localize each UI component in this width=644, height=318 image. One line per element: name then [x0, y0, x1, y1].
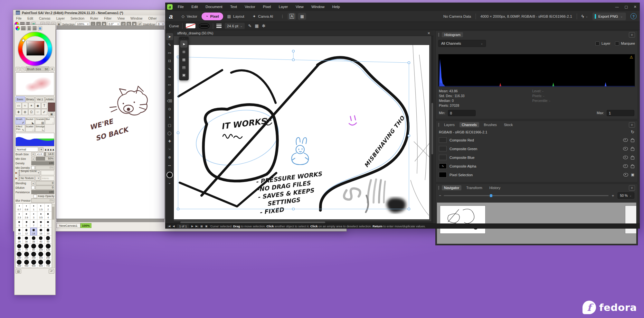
- channel-row-composite-blue[interactable]: Composite Blue: [436, 153, 638, 162]
- paint-brush-tool-icon[interactable]: ✐: [166, 89, 173, 96]
- blend-mode-menu-icon[interactable]: ▾: [39, 147, 43, 152]
- brush-size-200[interactable]: 200: [23, 252, 30, 260]
- text-tool-icon[interactable]: T: [41, 103, 47, 109]
- canvas-hscrollbar[interactable]: [174, 221, 433, 223]
- sai-brushtool-blur[interactable]: Blur◌: [45, 117, 55, 124]
- color-wheel[interactable]: [18, 32, 52, 66]
- sai-brushtool-smudge[interactable]: Smudge∿: [35, 125, 45, 132]
- spare-channel-icon2[interactable]: ▣: [631, 173, 634, 177]
- close-icon[interactable]: ✕: [634, 5, 637, 9]
- mixer-icon[interactable]: [27, 26, 31, 31]
- brush-size-50[interactable]: 50: [45, 236, 52, 244]
- menu-layer[interactable]: Layer: [275, 5, 292, 9]
- pressure-curve-icons[interactable]: ▲▲▲▲: [44, 148, 54, 151]
- param-slider[interactable]: 0: [36, 181, 54, 185]
- sai-tab-artistic[interactable]: Artistic: [45, 96, 55, 102]
- param-slider[interactable]: 50%: [36, 157, 54, 161]
- collapse-icon[interactable]: v: [629, 185, 635, 191]
- param-slider[interactable]: 0: [35, 186, 54, 190]
- brush-size-5[interactable]: 5: [16, 220, 23, 228]
- expand-arrow-icon[interactable]: ▶: [15, 171, 17, 174]
- zoom-tool-icon[interactable]: ⊕: [166, 154, 173, 161]
- menu-help[interactable]: Help: [328, 5, 344, 9]
- expand-arrow-icon[interactable]: ▶: [15, 177, 17, 180]
- screen-mode-icon[interactable]: ▣: [205, 225, 208, 228]
- lock-icon[interactable]: [631, 139, 634, 142]
- table-icon[interactable]: ▦: [180, 56, 187, 63]
- param-icon[interactable]: ▲: [31, 157, 35, 161]
- channel-select[interactable]: All Channels ⌄: [438, 40, 486, 47]
- tab-history[interactable]: History: [487, 185, 503, 190]
- move-tool-icon[interactable]: ➤: [166, 33, 173, 40]
- assistant-button[interactable]: ϟ ⌄: [582, 14, 588, 19]
- menu-document[interactable]: Document: [202, 5, 226, 9]
- pencil-tool-icon[interactable]: ✏: [166, 81, 173, 88]
- snap-grid-icon[interactable]: ▦: [255, 23, 259, 28]
- menu-view[interactable]: View: [292, 5, 308, 9]
- collapse-icon[interactable]: v: [629, 32, 635, 38]
- tab-brushes[interactable]: Brushes: [482, 122, 499, 127]
- toolbar-overflow-icon[interactable]: ⋮: [280, 14, 284, 19]
- zoom-percent-select[interactable]: 50 % ⌄: [618, 192, 634, 199]
- param-icon[interactable]: ▲: [31, 181, 35, 185]
- lock-icon[interactable]: [631, 148, 634, 151]
- shape-tool-icon[interactable]: ◆: [35, 103, 41, 109]
- persona-layout[interactable]: ▤Layout: [223, 13, 249, 20]
- brush-size-250[interactable]: 250: [30, 252, 37, 260]
- stroke-style-icon[interactable]: [216, 24, 222, 28]
- move-tool-icon[interactable]: ✚: [15, 109, 22, 115]
- dodge-burn-tool-icon[interactable]: ◑: [166, 114, 173, 121]
- export-png-button[interactable]: Export PNG ⌄: [592, 13, 626, 20]
- brush-size-100[interactable]: 100: [37, 244, 44, 252]
- document-tab[interactable]: affinity_drawing (50.0%): [177, 31, 213, 35]
- channel-row-composite-alpha[interactable]: ∿Composite Alpha: [436, 162, 638, 170]
- ellipse-tool-icon[interactable]: ◯: [166, 130, 173, 137]
- floating-toolbar-grip[interactable]: • •: [179, 37, 189, 40]
- zoom-in-icon[interactable]: ＋: [611, 193, 615, 198]
- prev-page-icon[interactable]: ◀: [173, 225, 175, 228]
- brush-size-400[interactable]: 400: [16, 260, 23, 268]
- param-slider[interactable]: 100: [31, 161, 54, 165]
- brush-size-120[interactable]: 120: [45, 244, 52, 252]
- custom-palette-icon[interactable]: ▦: [38, 26, 42, 31]
- visibility-eye-icon[interactable]: [623, 138, 628, 142]
- param-checkbox[interactable]: [31, 186, 35, 189]
- brush-size-500[interactable]: 500: [30, 260, 37, 268]
- texture-intensity-box[interactable]: Intens.: [41, 176, 54, 181]
- saturation-square[interactable]: [26, 41, 44, 56]
- brush-size-8[interactable]: 8: [37, 220, 44, 228]
- sai-menu-layer[interactable]: Layer: [53, 16, 68, 20]
- sai-menu-ruler[interactable]: Ruler: [87, 16, 101, 20]
- param-slider[interactable]: 14.0: [44, 152, 54, 156]
- max-input[interactable]: 1: [607, 110, 634, 116]
- tab-navigator[interactable]: Navigator: [442, 185, 461, 190]
- channel-row-composite-green[interactable]: Composite Green: [436, 144, 638, 153]
- marquee-tool-icon[interactable]: ⊡: [166, 57, 173, 64]
- redo-icon[interactable]: ↷: [21, 67, 25, 71]
- histogram-title[interactable]: Histogram: [442, 32, 463, 37]
- menu-edit[interactable]: Edit: [188, 5, 202, 9]
- brush-size-35[interactable]: 35: [30, 236, 37, 244]
- tab-channels[interactable]: Channels: [459, 122, 479, 127]
- tab-close-icon[interactable]: ✕: [427, 31, 430, 35]
- last-page-icon[interactable]: ▶|: [195, 225, 198, 228]
- warning-icon[interactable]: ⚠: [630, 55, 633, 59]
- freehand-selection-tool-icon[interactable]: ∿: [166, 65, 173, 72]
- color-toggle-icon[interactable]: ▣: [49, 112, 54, 116]
- visibility-eye-icon[interactable]: [623, 147, 628, 150]
- zoom-out-icon[interactable]: −: [439, 193, 441, 198]
- brush-size-60[interactable]: 60: [16, 244, 23, 252]
- menu-window[interactable]: Window: [308, 5, 328, 9]
- view-tool-icon[interactable]: ☞: [166, 146, 173, 153]
- sai-brushtool-gradation[interactable]: Gradation▧: [35, 117, 45, 124]
- pages-view-icon[interactable]: ▦: [201, 225, 203, 228]
- lasso-tool-icon[interactable]: ≈: [22, 103, 28, 109]
- sai-menu-other[interactable]: Other: [145, 16, 159, 20]
- sai-tab-var-1[interactable]: Var.1: [35, 96, 45, 102]
- sai-menu-view[interactable]: View: [115, 16, 128, 20]
- fill-swatch[interactable]: [186, 23, 195, 28]
- brush-shape-extra[interactable]: [41, 170, 54, 175]
- lock-icon[interactable]: [631, 165, 634, 168]
- sai-tab-binary[interactable]: Binary: [25, 96, 35, 102]
- brush-size-30[interactable]: 30: [23, 236, 30, 244]
